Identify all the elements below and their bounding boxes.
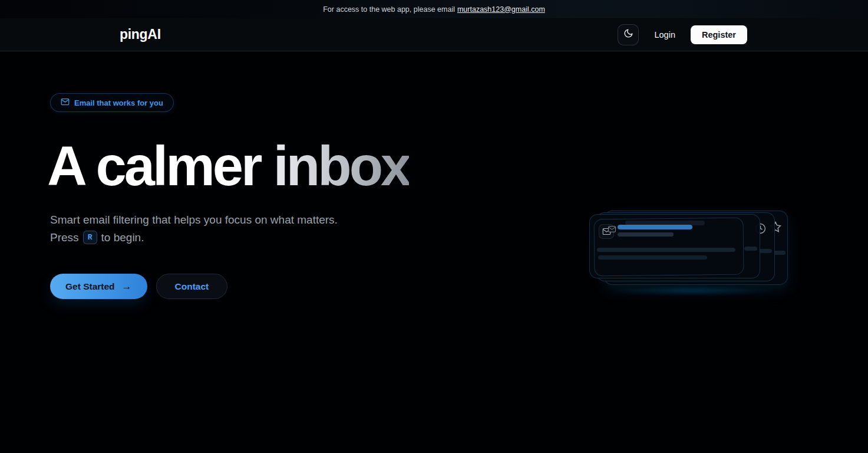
placeholder-bar — [618, 232, 674, 237]
arrow-right-icon: → — [122, 281, 132, 293]
mail-icon — [608, 225, 616, 232]
landing-page: For access to the web app, please email … — [0, 0, 868, 453]
placeholder-bar-highlight — [618, 225, 692, 229]
cta-row: Get Started → Contact — [50, 274, 227, 299]
logo[interactable]: pingAI — [120, 27, 161, 42]
get-started-label: Get Started — [65, 281, 115, 292]
access-banner: For access to the web app, please email … — [0, 0, 868, 18]
placeholder-pill — [744, 247, 757, 251]
contact-button[interactable]: Contact — [156, 274, 228, 299]
press-suffix: to begin. — [101, 230, 144, 245]
placeholder-bar — [598, 255, 707, 260]
placeholder-bar — [597, 248, 735, 252]
hero-badge-label: Email that works for you — [74, 99, 163, 107]
banner-email-link[interactable]: murtazash123@gmail.com — [457, 5, 545, 14]
login-link[interactable]: Login — [654, 30, 675, 40]
hero-badge: Email that works for you — [50, 93, 174, 112]
email-card-stack — [589, 210, 793, 290]
register-button[interactable]: Register — [691, 25, 747, 44]
mail-icon — [61, 97, 70, 108]
moon-icon — [623, 28, 633, 41]
hero-subtitle-line: Smart email filtering that helps you foc… — [50, 212, 338, 227]
page-title: A calmer inbox — [47, 137, 409, 196]
get-started-button[interactable]: Get Started → — [50, 274, 147, 299]
header-actions: Login Register — [618, 24, 747, 45]
keyboard-key-r: R — [83, 231, 97, 244]
header: pingAI Login Register — [0, 18, 868, 51]
banner-text: For access to the web app, please email — [323, 5, 455, 14]
theme-toggle-button[interactable] — [618, 24, 639, 45]
hero-press-hint: Press R to begin. — [50, 230, 338, 245]
card-glow — [607, 286, 778, 296]
press-prefix: Press — [50, 230, 79, 245]
hero-subtitle: Smart email filtering that helps you foc… — [50, 212, 338, 245]
